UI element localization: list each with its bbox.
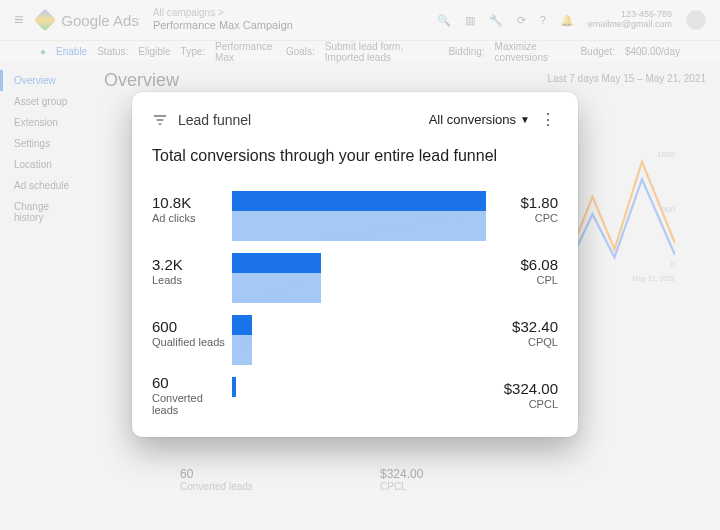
funnel-connector xyxy=(232,273,321,303)
row-cost: $324.00 xyxy=(486,380,558,397)
row-cost-label: CPC xyxy=(486,212,558,224)
card-header: Lead funnel All conversions ▼ ⋮ xyxy=(152,110,558,129)
funnel-connector xyxy=(232,211,486,241)
funnel-row: 600 Qualified leads $32.40 CPQL xyxy=(152,303,558,363)
card-title: Total conversions through your entire le… xyxy=(152,147,558,165)
svg-marker-3 xyxy=(232,211,486,241)
funnel-bar xyxy=(232,377,236,397)
row-value: 60 xyxy=(152,374,232,391)
row-cost-label: CPCL xyxy=(486,398,558,410)
row-label: Qualified leads xyxy=(152,336,232,348)
funnel-row: 10.8K Ad clicks $1.80 CPC xyxy=(152,179,558,239)
row-cost-label: CPQL xyxy=(486,336,558,348)
row-cost-label: CPL xyxy=(486,274,558,286)
row-value: 3.2K xyxy=(152,256,232,273)
row-value: 600 xyxy=(152,318,232,335)
row-cost: $32.40 xyxy=(486,318,558,335)
card-header-title: Lead funnel xyxy=(178,112,251,128)
svg-marker-5 xyxy=(232,335,252,365)
funnel-row: 60 Converted leads $324.00 CPCL xyxy=(152,365,558,425)
funnel-bar xyxy=(232,253,321,273)
svg-marker-4 xyxy=(232,273,321,303)
funnel-rows: 10.8K Ad clicks $1.80 CPC 3.2K Leads xyxy=(152,179,558,425)
filter-icon xyxy=(152,112,168,128)
row-label: Ad clicks xyxy=(152,212,232,224)
row-cost: $6.08 xyxy=(486,256,558,273)
funnel-bar xyxy=(232,191,486,211)
dropdown-label: All conversions xyxy=(429,112,516,127)
more-menu-icon[interactable]: ⋮ xyxy=(538,110,558,129)
funnel-bar xyxy=(232,315,252,335)
row-label: Converted leads xyxy=(152,392,232,416)
funnel-row: 3.2K Leads $6.08 CPL xyxy=(152,241,558,301)
lead-funnel-card: Lead funnel All conversions ▼ ⋮ Total co… xyxy=(132,92,578,437)
row-cost: $1.80 xyxy=(486,194,558,211)
conversions-dropdown[interactable]: All conversions ▼ xyxy=(429,112,530,127)
row-value: 10.8K xyxy=(152,194,232,211)
funnel-connector xyxy=(232,335,252,365)
chevron-down-icon: ▼ xyxy=(520,114,530,125)
row-label: Leads xyxy=(152,274,232,286)
